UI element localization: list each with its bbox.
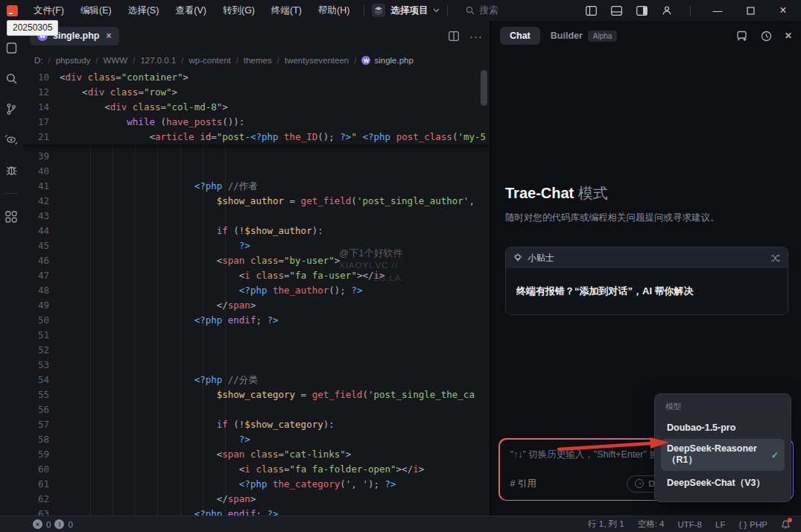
- code-line: 47 <i class="fa fa-user"></i>: [22, 268, 489, 283]
- reference-button[interactable]: # 引用: [510, 478, 536, 490]
- model-menu-item[interactable]: Doubao-1.5-pro: [661, 418, 785, 437]
- breadcrumb-item[interactable]: 127.0.0.1: [140, 56, 176, 65]
- line-number: 61: [22, 477, 60, 492]
- toggle-right-panel-icon[interactable]: [632, 2, 651, 19]
- breadcrumb-item[interactable]: WWW: [104, 56, 128, 65]
- line-number: 12: [22, 85, 60, 100]
- menu-item[interactable]: 编辑(E): [74, 2, 118, 19]
- extensions-grid-icon[interactable]: [4, 209, 19, 224]
- model-menu-item[interactable]: DeepSeek-Reasoner（R1）✓: [661, 439, 785, 471]
- chat-mode-title: Trae-Chat 模式: [505, 183, 608, 203]
- code-line: 12 <div class="row">: [22, 85, 489, 100]
- toggle-bottom-panel-icon[interactable]: [607, 2, 626, 19]
- menu-item[interactable]: 转到(G): [216, 2, 262, 19]
- line-number: 50: [22, 313, 60, 328]
- indentation[interactable]: 空格: 4: [638, 519, 665, 530]
- braces-icon: { }: [738, 520, 747, 529]
- code-line: 62 </span>: [22, 492, 489, 507]
- line-number: 47: [22, 268, 60, 283]
- line-number: 58: [22, 432, 60, 447]
- divider: [364, 5, 364, 16]
- tip-card: 小贴士 终端有报错？“添加到对话”，AI 帮你解决: [505, 247, 788, 315]
- chat-subtitle: 随时对您的代码库或编程相关问题提问或寻求建议。: [505, 212, 720, 224]
- encoding[interactable]: UTF-8: [677, 520, 702, 529]
- line-number: 44: [22, 224, 60, 238]
- line-number: 51: [22, 328, 60, 343]
- more-actions-icon[interactable]: ···: [469, 30, 483, 42]
- line-number: 56: [22, 402, 60, 417]
- account-icon[interactable]: [657, 2, 677, 19]
- new-chat-icon[interactable]: [736, 31, 748, 42]
- editor-scrollbar[interactable]: [481, 70, 487, 106]
- history-icon[interactable]: [761, 31, 772, 42]
- minimize-button[interactable]: —: [704, 1, 731, 19]
- project-selector[interactable]: 选择项目: [372, 4, 440, 17]
- menu-bar: 文件(F)编辑(E)选择(S)查看(V)转到(G)终端(T)帮助(H): [27, 2, 356, 19]
- breadcrumb-item[interactable]: wp-content: [189, 56, 231, 65]
- line-number: 60: [22, 462, 60, 477]
- code-line: 63 <?php endif; ?>: [22, 507, 489, 516]
- menu-item[interactable]: 查看(V): [168, 2, 213, 19]
- menu-item[interactable]: 文件(F): [27, 2, 71, 19]
- global-search-input[interactable]: 搜索: [466, 4, 498, 17]
- menu-item[interactable]: 帮助(H): [311, 2, 356, 19]
- close-window-button[interactable]: ×: [770, 1, 797, 19]
- menu-item[interactable]: 选择(S): [121, 2, 166, 19]
- model-item-label: Doubao-1.5-pro: [667, 422, 735, 433]
- titlebar-controls: — ×: [581, 1, 801, 19]
- eol[interactable]: LF: [715, 520, 725, 529]
- code-line: 40: [22, 164, 489, 179]
- problems-indicator[interactable]: × 0 ! 0: [33, 519, 73, 529]
- code-line: 50 <?php endif; ?>: [22, 313, 489, 328]
- tab-chat[interactable]: Chat: [500, 27, 540, 45]
- code-line: 42 $show_author = get_field('post_single…: [22, 194, 489, 209]
- watermark: @下1个好软件 XIAOYI.VC // 1G.LA: [339, 247, 402, 285]
- search-placeholder: 搜索: [479, 4, 498, 17]
- app-logo-icon[interactable]: [7, 5, 18, 16]
- line-number: 48: [22, 283, 60, 298]
- code-line: 14 <div class="col-md-8">: [22, 100, 489, 115]
- search-icon: [466, 6, 475, 15]
- code-line: 46 <span class="by-user">: [22, 253, 489, 268]
- breadcrumb-item[interactable]: themes: [244, 56, 272, 65]
- code-line: 17 while (have_posts()):: [22, 115, 489, 130]
- language-mode[interactable]: { } PHP: [738, 520, 767, 529]
- code-area[interactable]: 10<div class="container">12 <div class="…: [22, 70, 489, 516]
- tab-close-icon[interactable]: ×: [107, 31, 112, 41]
- check-icon: ✓: [771, 450, 779, 460]
- line-number: 55: [22, 387, 60, 402]
- notifications-bell-icon[interactable]: [781, 519, 791, 529]
- chevron-down-icon: [433, 8, 440, 13]
- line-number: 46: [22, 253, 60, 268]
- shuffle-icon[interactable]: [770, 254, 780, 262]
- code-line: 60 <i class="fa fa-folder-open"></i>: [22, 462, 489, 477]
- tab-builder[interactable]: Builder Alpha: [551, 31, 618, 42]
- line-number: 43: [22, 209, 60, 224]
- model-menu-item[interactable]: DeepSeek-Chat（V3）: [661, 472, 785, 494]
- line-number: 52: [22, 343, 60, 358]
- line-number: 10: [22, 70, 60, 85]
- toggle-left-panel-icon[interactable]: [581, 2, 601, 19]
- breadcrumb-separator: /: [354, 56, 356, 65]
- breadcrumb[interactable]: D:/phpstudy/WWW/127.0.0.1/wp-content/the…: [22, 51, 489, 70]
- breadcrumb-item[interactable]: twentyseventeen: [285, 56, 349, 65]
- close-chat-icon[interactable]: ✕: [785, 31, 792, 41]
- split-editor-icon[interactable]: [449, 31, 459, 41]
- breadcrumb-separator: /: [95, 56, 98, 65]
- breadcrumb-item[interactable]: phpstudy: [56, 56, 91, 65]
- maximize-button[interactable]: [737, 1, 764, 19]
- debug-bug-icon[interactable]: [4, 162, 19, 177]
- preview-eye-icon[interactable]: [4, 132, 19, 147]
- breadcrumb-item[interactable]: D:: [34, 56, 43, 65]
- line-number: 45: [22, 238, 60, 253]
- menu-item[interactable]: 终端(T): [265, 2, 308, 19]
- error-count: 0: [46, 520, 51, 529]
- cursor-position[interactable]: 行 1, 列 1: [588, 519, 624, 530]
- date-tooltip: 20250305: [7, 20, 58, 36]
- tip-card-title: 小贴士: [528, 252, 554, 265]
- explorer-icon[interactable]: [4, 40, 19, 55]
- source-control-icon[interactable]: [4, 101, 19, 116]
- chat-header: Chat Builder Alpha ✕: [491, 21, 801, 51]
- breadcrumb-item[interactable]: Wsingle.php: [361, 56, 413, 65]
- search-sidebar-icon[interactable]: [4, 71, 19, 86]
